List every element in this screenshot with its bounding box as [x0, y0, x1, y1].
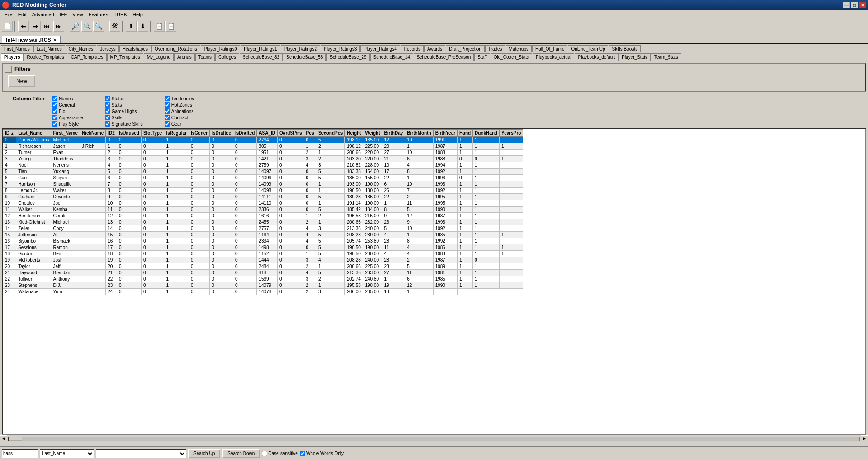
minimize-button[interactable]: —	[843, 2, 850, 8]
toolbar-copy2-button[interactable]: 📋	[165, 21, 176, 32]
column-header-hand[interactable]: Hand	[458, 130, 473, 137]
table-row[interactable]: 1RichardsonJasonJ Rich1001000805012198.1…	[3, 143, 523, 150]
table-row[interactable]: 20TaylorJeff200010002484021200.66225.002…	[3, 263, 523, 270]
table-row[interactable]: 23StephensD.J.2300100014079021195.58198.…	[3, 282, 523, 289]
menu-item-help[interactable]: Help	[130, 11, 146, 18]
sub-tab-schedulebase-preseason[interactable]: ScheduleBase_PreSeason	[414, 53, 474, 61]
filter-checkbox-animations[interactable]	[165, 108, 170, 114]
table-row[interactable]: 8Lemon Jr.Walter800100014098001190.50180…	[3, 188, 523, 194]
table-body[interactable]: 0Carter-WilliamsMichael00010002764005198…	[3, 137, 523, 295]
table-row[interactable]: 4NoelNerlens40010002759043210.82228.0010…	[3, 162, 523, 169]
section-tab-hall-of-fame[interactable]: Hall_Of_Fame	[532, 45, 567, 52]
horizontal-scrollbar[interactable]: ◀ ▶	[0, 435, 868, 442]
sub-tab-schedulebase-14[interactable]: ScheduleBase_14	[370, 53, 413, 61]
section-tab-first-names[interactable]: First_Names	[1, 45, 33, 52]
column-header-height[interactable]: Height	[345, 130, 363, 137]
table-row[interactable]: 22TolliverAnthony220010001569032202.7424…	[3, 276, 523, 282]
toolbar-forward-button[interactable]: ➡	[30, 21, 41, 32]
filter-checkbox-appearance[interactable]	[52, 115, 57, 120]
scroll-left-button[interactable]: ◀	[0, 435, 7, 442]
column-header-dunkhand[interactable]: DunkHand	[473, 130, 500, 137]
sub-tab-colleges[interactable]: Colleges	[215, 53, 239, 61]
toolbar-copy1-button[interactable]: 📋	[154, 21, 165, 32]
toolbar-search2-button[interactable]: 🔍	[81, 21, 92, 32]
sub-tab-cap-templates[interactable]: CAP_Templates	[68, 53, 107, 61]
toolbar-up-button[interactable]: ⬆	[126, 21, 137, 32]
section-tab-trades[interactable]: Trades	[485, 45, 505, 52]
table-row[interactable]: 16BiyomboBismack160010002334045205.74253…	[3, 238, 523, 244]
menu-item-edit[interactable]: Edit	[15, 11, 29, 18]
column-header-id[interactable]: ID	[3, 130, 16, 137]
section-tab-matchups[interactable]: Matchups	[506, 45, 532, 52]
table-row[interactable]: 11WalkerKemba110010002336005185.42184.00…	[3, 207, 523, 213]
section-tab-overriding-rotations[interactable]: Overriding_Rotations	[151, 45, 200, 52]
sub-tab-players[interactable]: Players	[1, 53, 24, 61]
menu-item-file[interactable]: File	[2, 11, 15, 18]
sub-tab-teams[interactable]: Teams	[195, 53, 215, 61]
scroll-track[interactable]	[8, 437, 860, 441]
menu-item-iff[interactable]: IFF	[57, 11, 70, 18]
filter-checkbox-play-style[interactable]	[52, 121, 57, 127]
table-row[interactable]: 21HaywoodBrendan21001000818045213.36263.…	[3, 270, 523, 276]
sub-tab-schedulebase-82[interactable]: ScheduleBase_82	[240, 53, 283, 61]
filter-checkbox-contract[interactable]	[165, 115, 170, 120]
menu-item-view[interactable]: View	[70, 11, 86, 18]
sub-tab-team-stats[interactable]: Team_Stats	[651, 53, 681, 61]
filter-checkbox-stats[interactable]	[105, 102, 110, 108]
section-tab-headshapes[interactable]: Headshapes	[119, 45, 151, 52]
column-header-pos[interactable]: Pos	[304, 130, 316, 137]
sub-tab-my-legend[interactable]: My_Legend	[144, 53, 174, 61]
toolbar-new-button[interactable]: 📄	[2, 21, 13, 32]
column-header-asa-id[interactable]: ASA_ID	[257, 130, 278, 137]
sub-tab-mp-templates[interactable]: MP_Templates	[107, 53, 143, 61]
section-tab-player-ratings3[interactable]: Player_Ratings3	[321, 45, 360, 52]
table-row[interactable]: 7HarrisonShaquille700100014099001193.001…	[3, 181, 523, 188]
sub-tab-playbooks-default[interactable]: Playbooks_default	[575, 53, 618, 61]
sub-tab-arenas[interactable]: Arenas	[174, 53, 195, 61]
toolbar-filter-button[interactable]: 🛠	[109, 21, 120, 32]
column-header-slottype[interactable]: SlotType	[141, 130, 164, 137]
filter-checkbox-bio[interactable]	[52, 108, 57, 114]
table-row[interactable]: 12HendersonGerald120010001616012195.5821…	[3, 213, 523, 219]
column-header-isgener[interactable]: IsGener	[189, 130, 209, 137]
table-row[interactable]: 15JeffersonAl150010001164045208.28289.00…	[3, 232, 523, 238]
filter-checkbox-status[interactable]	[105, 96, 110, 101]
column-header-birthday[interactable]: BirthDay	[382, 130, 405, 137]
section-tab-player-ratings1[interactable]: Player_Ratings1	[241, 45, 280, 52]
column-header-ovrdstyrs[interactable]: OvrdStYrs	[278, 130, 304, 137]
sub-tab-player-stats[interactable]: Player_Stats	[618, 53, 651, 61]
toolbar-down-button[interactable]: ⬇	[137, 21, 148, 32]
table-row[interactable]: 10ChealeyJoe1000100014110001191.14190.00…	[3, 200, 523, 207]
column-header-yearspro[interactable]: YearsPro	[500, 130, 523, 137]
filter-checkbox-game-highs[interactable]	[105, 108, 110, 114]
table-row[interactable]: 13Kidd-GilchristMichael13001000245502120…	[3, 219, 523, 225]
close-button[interactable]: ✕	[859, 2, 866, 8]
column-header-isdrafted[interactable]: IsDrafted	[233, 130, 257, 137]
doc-tab-close-button[interactable]: ✕	[53, 38, 57, 42]
table-row[interactable]: 5TianYuxiang500100014097005183.38154.001…	[3, 169, 523, 175]
toolbar-back-button[interactable]: ⬅	[18, 21, 29, 32]
section-tab-skills-boosts[interactable]: Skills Boosts	[609, 45, 641, 52]
table-row[interactable]: 3YoungThaddeus30010001421032203.20220.00…	[3, 156, 523, 162]
column-header-id2[interactable]: ID2	[106, 130, 117, 137]
column-filter-toggle-button[interactable]: —	[2, 96, 9, 103]
section-tab-player-ratings4[interactable]: Player_Ratings4	[360, 45, 400, 52]
section-tab-city-names[interactable]: City_Names	[66, 45, 96, 52]
table-row[interactable]: 14ZellerCody140010002757043213.36240.005…	[3, 225, 523, 232]
column-header-birthmonth[interactable]: BirthMonth	[405, 130, 433, 137]
new-record-button[interactable]: New	[8, 75, 35, 87]
section-tab-draft-projection[interactable]: Draft_Projection	[446, 45, 485, 52]
section-tab-awards[interactable]: Awards	[424, 45, 445, 52]
column-header-isregular[interactable]: IsRegular	[164, 130, 189, 137]
sub-tab-staff[interactable]: Staff	[474, 53, 490, 61]
section-tab-jerseys[interactable]: Jerseys	[97, 45, 118, 52]
column-header-weight[interactable]: Weight	[363, 130, 382, 137]
sub-tab-schedulebase-29[interactable]: ScheduleBase_29	[326, 53, 369, 61]
section-tab-player-ratings2[interactable]: Player_Ratings2	[281, 45, 320, 52]
document-tab[interactable]: [pt4] new saiji.ROS ✕	[2, 36, 61, 43]
filter-checkbox-general[interactable]	[52, 102, 57, 108]
column-header-last-name[interactable]: Last_Name	[16, 130, 51, 137]
filter-checkbox-skills[interactable]	[105, 115, 110, 120]
table-row[interactable]: 19McRobertsJosh190010001444034208.28240.…	[3, 257, 523, 263]
maximize-button[interactable]: □	[851, 2, 858, 8]
